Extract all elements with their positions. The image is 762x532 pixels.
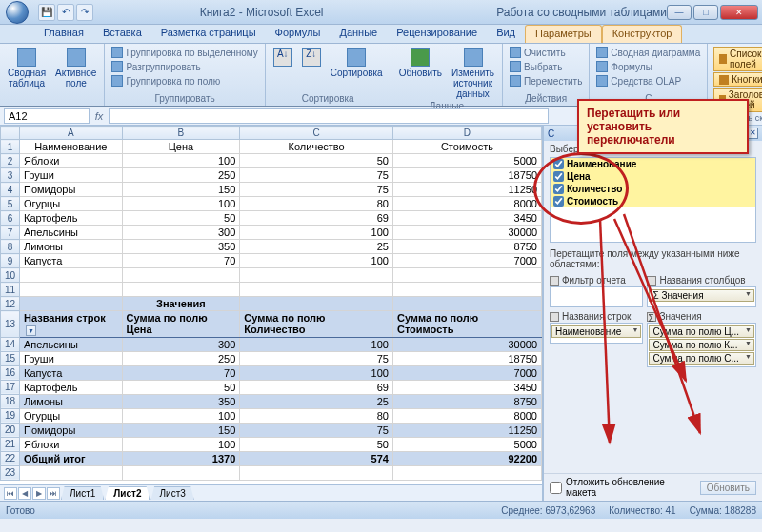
cell[interactable]: 69	[240, 211, 393, 226]
field-checkbox[interactable]	[553, 159, 564, 169]
sheet-tab[interactable]: Лист2	[105, 486, 150, 500]
row-header[interactable]: 13	[1, 311, 20, 338]
cell[interactable]: Помидоры	[20, 423, 123, 437]
name-box[interactable]: A12	[4, 108, 90, 124]
cell[interactable]: 75	[240, 183, 393, 197]
change-source-button[interactable]: Изменить источник данных	[448, 46, 498, 101]
col-header[interactable]: D	[392, 127, 541, 140]
row-header[interactable]: 6	[1, 211, 20, 226]
row-header[interactable]: 19	[1, 408, 20, 423]
pivot-row-labels-header[interactable]: Названия строк▼	[20, 311, 123, 338]
cell[interactable]: 8750	[392, 394, 541, 408]
minimize-button[interactable]: —	[667, 5, 692, 20]
cell[interactable]: 300	[122, 337, 240, 351]
area-item[interactable]: Наименование	[551, 325, 641, 338]
ungroup-button[interactable]: Разгруппировать	[109, 60, 260, 73]
prev-sheet-icon[interactable]: ◀	[18, 487, 31, 500]
cell[interactable]: 75	[240, 351, 393, 365]
cell[interactable]: Яблоки	[20, 154, 123, 168]
row-header[interactable]: 9	[1, 254, 20, 268]
area-item[interactable]: Сумма по полю Ц...	[649, 325, 754, 338]
row-header[interactable]: 7	[1, 226, 20, 240]
cell[interactable]: Картофель	[20, 211, 123, 226]
formula-input[interactable]	[109, 108, 549, 124]
olap-tools-button[interactable]: Средства OLAP	[593, 74, 703, 88]
cell[interactable]: Огурцы	[20, 197, 123, 211]
last-sheet-icon[interactable]: ⏭	[47, 487, 60, 500]
row-header[interactable]: 1	[1, 140, 20, 154]
select-button[interactable]: Выбрать	[507, 60, 585, 73]
cell[interactable]: 25	[240, 240, 393, 254]
move-button[interactable]: Переместить	[507, 74, 585, 88]
row-header[interactable]: 14	[1, 337, 20, 351]
area-filter-drop[interactable]	[550, 286, 643, 307]
area-vals-drop[interactable]: Сумма по полю Ц... Сумма по полю К... Су…	[647, 323, 756, 367]
cell[interactable]: Огурцы	[20, 408, 123, 423]
row-header[interactable]: 12	[1, 297, 20, 311]
area-cols-drop[interactable]: Σ Значения	[647, 286, 756, 307]
cell[interactable]: 69	[240, 380, 393, 394]
cell[interactable]: 8750	[392, 240, 541, 254]
cell[interactable]: 18750	[392, 168, 541, 183]
cell[interactable]: Капуста	[20, 365, 123, 380]
row-header[interactable]: 11	[1, 283, 20, 297]
first-sheet-icon[interactable]: ⏮	[4, 487, 17, 500]
select-all-corner[interactable]	[1, 127, 20, 140]
sort-desc-button[interactable]: Z↓	[298, 46, 325, 80]
field-item[interactable]: Стоимость	[551, 195, 755, 207]
refresh-button[interactable]: Обновить	[395, 46, 446, 101]
pivot-table-button[interactable]: Сводная таблица	[4, 46, 50, 90]
cell[interactable]: Стоимость	[392, 140, 541, 154]
row-header[interactable]: 8	[1, 240, 20, 254]
cell[interactable]: 11250	[392, 183, 541, 197]
cell[interactable]: 250	[122, 168, 240, 183]
tab-options[interactable]: Параметры	[525, 25, 602, 43]
cell[interactable]: 8000	[392, 197, 541, 211]
cell[interactable]: 50	[240, 437, 393, 451]
cell[interactable]: Картофель	[20, 380, 123, 394]
cell[interactable]: Помидоры	[20, 183, 123, 197]
row-header[interactable]: 16	[1, 365, 20, 380]
col-header[interactable]: A	[20, 127, 123, 140]
redo-icon[interactable]: ↷	[76, 4, 93, 21]
undo-icon[interactable]: ↶	[57, 4, 74, 21]
tab-review[interactable]: Рецензирование	[387, 25, 487, 43]
cell[interactable]: 150	[122, 183, 240, 197]
cell[interactable]: 3450	[392, 211, 541, 226]
row-header[interactable]: 18	[1, 394, 20, 408]
area-item[interactable]: Сумма по полю С...	[649, 352, 754, 365]
row-header[interactable]: 5	[1, 197, 20, 211]
field-checkbox[interactable]	[553, 184, 564, 194]
next-sheet-icon[interactable]: ▶	[32, 487, 46, 500]
tab-formulas[interactable]: Формулы	[266, 25, 331, 43]
cell[interactable]: Груши	[20, 168, 123, 183]
fx-icon[interactable]: fx	[91, 108, 107, 124]
office-button[interactable]	[4, 0, 34, 25]
cell[interactable]: 75	[240, 423, 393, 437]
cell[interactable]: 30000	[392, 337, 541, 351]
cell[interactable]: Лимоны	[20, 240, 123, 254]
active-field-button[interactable]: Активное поле	[51, 46, 100, 90]
area-item[interactable]: Сумма по полю К...	[649, 339, 754, 351]
tab-view[interactable]: Вид	[487, 25, 525, 43]
field-item[interactable]: Количество	[551, 183, 755, 195]
cell[interactable]: 80	[240, 197, 393, 211]
cell[interactable]: 7000	[392, 254, 541, 268]
cell[interactable]: 150	[122, 423, 240, 437]
field-checkbox[interactable]	[553, 171, 564, 182]
dropdown-icon[interactable]: ▼	[26, 325, 36, 336]
cell[interactable]: Наименование	[20, 140, 123, 154]
sheet-tab[interactable]: Лист3	[150, 486, 193, 500]
pivot-chart-button[interactable]: Сводная диаграмма	[593, 46, 703, 59]
cell[interactable]: 18750	[392, 351, 541, 365]
tab-insert[interactable]: Вставка	[93, 25, 151, 43]
tab-data[interactable]: Данные	[330, 25, 387, 43]
close-button[interactable]: ✕	[720, 5, 758, 20]
group-selection-button[interactable]: Группировка по выделенному	[109, 46, 260, 59]
area-rows-drop[interactable]: Наименование	[550, 323, 643, 344]
cell[interactable]: 100	[122, 437, 240, 451]
col-header[interactable]: B	[122, 127, 240, 140]
update-button[interactable]: Обновить	[700, 481, 756, 495]
spreadsheet-grid[interactable]: A B C D 1 Наименование Цена Количество С…	[0, 126, 542, 481]
cell[interactable]: 250	[122, 351, 240, 365]
